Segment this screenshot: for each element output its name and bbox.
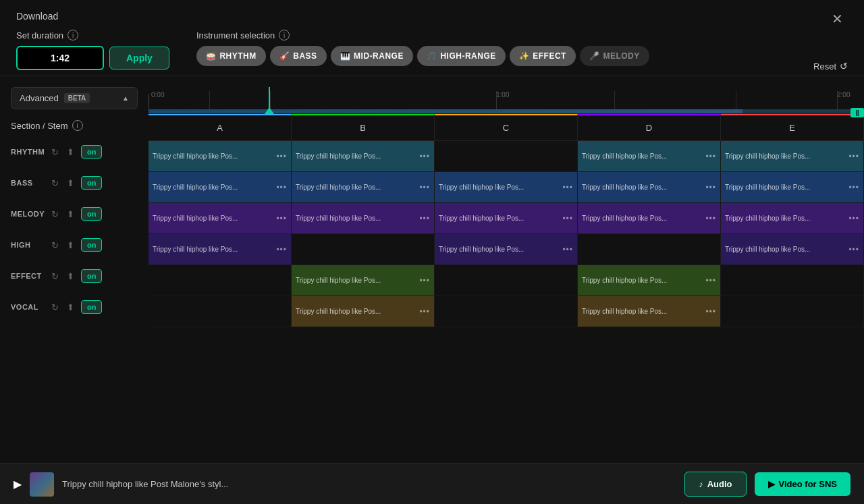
bass-cell-c[interactable]: Trippy chill hiphop like Pos... ••• <box>435 172 578 202</box>
vocal-cell-e[interactable] <box>721 296 864 327</box>
stem-toggle-effect[interactable]: on <box>81 269 102 283</box>
close-button[interactable]: ✕ <box>826 8 848 30</box>
bass-d-menu[interactable]: ••• <box>705 183 716 192</box>
high-c-menu[interactable]: ••• <box>562 245 573 254</box>
inst-btn-midrange[interactable]: 🎹MID-RANGE <box>331 46 413 66</box>
rhythm-cell-b[interactable]: Trippy chill hiphop like Pos... ••• <box>292 141 435 171</box>
bass-c-menu[interactable]: ••• <box>562 183 573 192</box>
set-duration-text: Set duration <box>16 30 63 40</box>
rhythm-e-menu[interactable]: ••• <box>848 152 859 161</box>
high-e-menu[interactable]: ••• <box>848 245 859 254</box>
stem-toggle-high[interactable]: on <box>81 238 102 252</box>
rhythm-cell-e[interactable]: Trippy chill hiphop like Pos... ••• <box>721 141 864 171</box>
rhythm-cell-c[interactable] <box>435 141 578 171</box>
section-stem-info-icon[interactable]: i <box>72 120 83 131</box>
stem-toggle-bass[interactable]: on <box>81 176 102 190</box>
effect-cell-c[interactable] <box>435 265 578 296</box>
inst-btn-rhythm[interactable]: 🥁RHYTHM <box>196 46 266 66</box>
melody-cell-a[interactable]: Trippy chill hiphop like Pos... ••• <box>148 203 292 233</box>
bass-cell-b[interactable]: Trippy chill hiphop like Pos... ••• <box>292 172 435 202</box>
high-cell-b[interactable] <box>292 234 435 264</box>
timeline-ruler[interactable]: 0:00 1:00 2:00 || <box>148 87 864 114</box>
stem-export-vocal[interactable]: ⬆ <box>64 301 77 314</box>
stem-toggle-melody[interactable]: on <box>81 207 102 221</box>
melody-c-menu[interactable]: ••• <box>562 214 573 223</box>
bass-cell-d[interactable]: Trippy chill hiphop like Pos... ••• <box>578 172 721 202</box>
rhythm-d-menu[interactable]: ••• <box>705 152 716 161</box>
effect-d-menu[interactable]: ••• <box>705 276 716 285</box>
high-cell-e[interactable]: Trippy chill hiphop like Pos... ••• <box>721 234 864 264</box>
effect-cell-d[interactable]: Trippy chill hiphop like Pos... ••• <box>578 265 721 296</box>
stem-label-bass: BASS <box>11 179 46 187</box>
audio-button[interactable]: ♪ Audio <box>684 472 746 497</box>
stem-refresh-effect[interactable]: ↻ <box>49 270 61 283</box>
playhead-handle <box>265 107 274 114</box>
vocal-cell-a[interactable] <box>148 296 292 327</box>
stem-refresh-vocal[interactable]: ↻ <box>49 301 61 314</box>
apply-button[interactable]: Apply <box>109 47 169 69</box>
rhythm-cell-d[interactable]: Trippy chill hiphop like Pos... ••• <box>578 141 721 171</box>
melody-a-menu[interactable]: ••• <box>276 214 287 223</box>
rhythm-a-menu[interactable]: ••• <box>276 152 287 161</box>
play-icon: ▶ <box>14 478 22 490</box>
stem-export-rhythm[interactable]: ⬆ <box>64 146 77 159</box>
vocal-b-menu[interactable]: ••• <box>419 307 430 316</box>
vocal-d-menu[interactable]: ••• <box>705 307 716 316</box>
vocal-cell-b[interactable]: Trippy chill hiphop like Pos... ••• <box>292 296 435 327</box>
reset-button[interactable]: Reset ↺ <box>813 61 848 72</box>
effect-b-menu[interactable]: ••• <box>419 276 430 285</box>
rhythm-cell-a[interactable]: Trippy chill hiphop like Pos... ••• <box>148 141 292 171</box>
stem-refresh-bass[interactable]: ↻ <box>49 177 61 190</box>
inst-btn-bass[interactable]: 🎸BASS <box>270 46 327 66</box>
effect-cell-a[interactable] <box>148 265 292 296</box>
bass-b-menu[interactable]: ••• <box>419 183 430 192</box>
melody-cell-b[interactable]: Trippy chill hiphop like Pos... ••• <box>292 203 435 233</box>
instrument-info-icon[interactable]: i <box>279 30 290 40</box>
reset-icon: ↺ <box>840 61 848 72</box>
inst-btn-melody[interactable]: 🎤MELODY <box>580 46 649 66</box>
high-cell-a[interactable]: Trippy chill hiphop like Pos... ••• <box>148 234 292 264</box>
playhead[interactable] <box>269 87 270 113</box>
melody-cell-c[interactable]: Trippy chill hiphop like Pos... ••• <box>435 203 578 233</box>
stem-toggle-vocal[interactable]: on <box>81 300 102 314</box>
stem-export-melody[interactable]: ⬆ <box>64 208 77 221</box>
high-cell-d[interactable] <box>578 234 721 264</box>
rhythm-b-menu[interactable]: ••• <box>419 152 430 161</box>
high-cell-c[interactable]: Trippy chill hiphop like Pos... ••• <box>435 234 578 264</box>
stem-export-high[interactable]: ⬆ <box>64 239 77 252</box>
stem-export-effect[interactable]: ⬆ <box>64 270 77 283</box>
bass-a-menu[interactable]: ••• <box>276 183 287 192</box>
play-button[interactable]: ▶ <box>14 478 22 491</box>
advanced-toggle[interactable]: Advanced BETA ▲ <box>11 87 138 109</box>
bass-cell-e[interactable]: Trippy chill hiphop like Pos... ••• <box>721 172 864 202</box>
stem-refresh-rhythm[interactable]: ↻ <box>49 146 61 159</box>
melody-b-menu[interactable]: ••• <box>419 214 430 223</box>
melody-cell-d[interactable]: Trippy chill hiphop like Pos... ••• <box>578 203 721 233</box>
effect-cell-b[interactable]: Trippy chill hiphop like Pos... ••• <box>292 265 435 296</box>
stem-refresh-melody[interactable]: ↻ <box>49 208 61 221</box>
track-name: Trippy chill hiphop like Post Malone's s… <box>62 479 676 489</box>
controls-row: Set duration i Apply Instrument selectio… <box>0 30 864 70</box>
bass-e-menu[interactable]: ••• <box>848 183 859 192</box>
bass-cell-a[interactable]: Trippy chill hiphop like Pos... ••• <box>148 172 292 202</box>
effect-cell-e[interactable] <box>721 265 864 296</box>
ruler-mark-60: 1:00 <box>496 91 509 99</box>
duration-input[interactable] <box>16 46 104 70</box>
video-button[interactable]: ▶ Video for SNS <box>755 472 850 496</box>
set-duration-info-icon[interactable]: i <box>68 30 78 40</box>
high-a-menu[interactable]: ••• <box>276 245 287 254</box>
melody-cell-e[interactable]: Trippy chill hiphop like Pos... ••• <box>721 203 864 233</box>
vocal-cell-c[interactable] <box>435 296 578 327</box>
inst-btn-highrange[interactable]: 🎵HIGH-RANGE <box>417 46 506 66</box>
range-handle[interactable]: || <box>850 108 864 117</box>
track-row-vocal: Trippy chill hiphop like Pos... ••• Trip… <box>148 296 864 327</box>
melody-d-menu[interactable]: ••• <box>705 214 716 223</box>
inst-btn-effect[interactable]: ✨EFFECT <box>510 46 576 66</box>
stem-export-bass[interactable]: ⬆ <box>64 177 77 190</box>
melody-e-menu[interactable]: ••• <box>848 214 859 223</box>
track-row-effect: Trippy chill hiphop like Pos... ••• Trip… <box>148 265 864 296</box>
sections-header: A B C D E <box>148 114 864 141</box>
stem-toggle-rhythm[interactable]: on <box>81 145 102 159</box>
vocal-cell-d[interactable]: Trippy chill hiphop like Pos... ••• <box>578 296 721 327</box>
stem-refresh-high[interactable]: ↻ <box>49 239 61 252</box>
